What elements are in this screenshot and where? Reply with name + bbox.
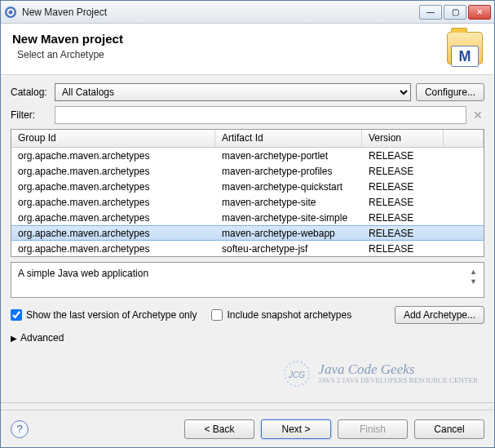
close-button[interactable]: ✕ bbox=[468, 5, 491, 20]
scroll-up-icon[interactable]: ▲ bbox=[470, 268, 477, 276]
watermark: JCG Java Code Geeks JAVA 2 JAVA DEVELOPE… bbox=[11, 350, 484, 397]
scroll-down-icon[interactable]: ▼ bbox=[470, 277, 477, 286]
add-archetype-button[interactable]: Add Archetype... bbox=[395, 306, 484, 324]
maven-folder-icon: M bbox=[447, 32, 483, 64]
help-icon[interactable]: ? bbox=[11, 420, 29, 438]
titlebar[interactable]: New Maven Project — ▢ ✕ bbox=[1, 1, 494, 24]
table-row[interactable]: org.apache.maven.archetypesmaven-archety… bbox=[11, 225, 484, 241]
column-group-id[interactable]: Group Id bbox=[11, 130, 215, 147]
show-last-version-checkbox[interactable]: Show the last version of Archetype only bbox=[11, 309, 197, 321]
table-row[interactable]: org.apache.maven.archetypesmaven-archety… bbox=[11, 210, 484, 225]
next-button[interactable]: Next > bbox=[261, 419, 331, 439]
finish-button[interactable]: Finish bbox=[338, 419, 408, 439]
advanced-toggle[interactable]: ▶ Advanced bbox=[11, 329, 484, 345]
page-title: New Maven project bbox=[12, 32, 447, 46]
table-row[interactable]: org.apache.maven.archetypesmaven-archety… bbox=[11, 194, 484, 210]
back-button[interactable]: < Back bbox=[184, 419, 254, 439]
dialog-window: New Maven Project — ▢ ✕ New Maven projec… bbox=[0, 0, 495, 448]
include-snapshot-checkbox[interactable]: Include snapshot archetypes bbox=[211, 309, 351, 321]
archetype-description: A simple Java web application bbox=[18, 268, 148, 279]
table-body[interactable]: org.apache.maven.archetypesmaven-archety… bbox=[11, 148, 484, 256]
app-icon bbox=[4, 6, 17, 19]
column-artifact-id[interactable]: Artifact Id bbox=[215, 130, 362, 147]
wizard-footer: ? < Back Next > Finish Cancel bbox=[1, 410, 494, 447]
svg-text:JCG: JCG bbox=[288, 370, 305, 379]
filter-label: Filter: bbox=[11, 109, 50, 121]
clear-filter-icon[interactable]: ✕ bbox=[471, 109, 484, 122]
description-box: A simple Java web application ▲▼ bbox=[11, 262, 484, 298]
cancel-button[interactable]: Cancel bbox=[414, 419, 484, 439]
filter-input[interactable] bbox=[55, 106, 466, 124]
column-spacer bbox=[444, 130, 484, 147]
page-subtitle: Select an Archetype bbox=[12, 49, 447, 60]
window-title: New Maven Project bbox=[22, 7, 419, 18]
wizard-header: New Maven project Select an Archetype M bbox=[1, 24, 494, 75]
catalog-label: Catalog: bbox=[11, 86, 50, 98]
minimize-button[interactable]: — bbox=[419, 5, 442, 20]
configure-button[interactable]: Configure... bbox=[416, 83, 484, 101]
archetype-table: Group Id Artifact Id Version org.apache.… bbox=[11, 129, 484, 257]
expand-icon: ▶ bbox=[11, 334, 17, 343]
table-row[interactable]: org.apache.maven.archetypesmaven-archety… bbox=[11, 179, 484, 194]
table-row[interactable]: org.apache.maven.archetypesmaven-archety… bbox=[11, 163, 484, 179]
svg-point-2 bbox=[9, 10, 13, 14]
column-version[interactable]: Version bbox=[362, 130, 444, 147]
maximize-button[interactable]: ▢ bbox=[444, 5, 466, 20]
table-row[interactable]: org.apache.maven.archetypesmaven-archety… bbox=[11, 148, 484, 163]
catalog-select[interactable]: All Catalogs bbox=[55, 83, 411, 101]
table-row[interactable]: org.apache.maven.archetypessofteu-archet… bbox=[11, 241, 484, 256]
